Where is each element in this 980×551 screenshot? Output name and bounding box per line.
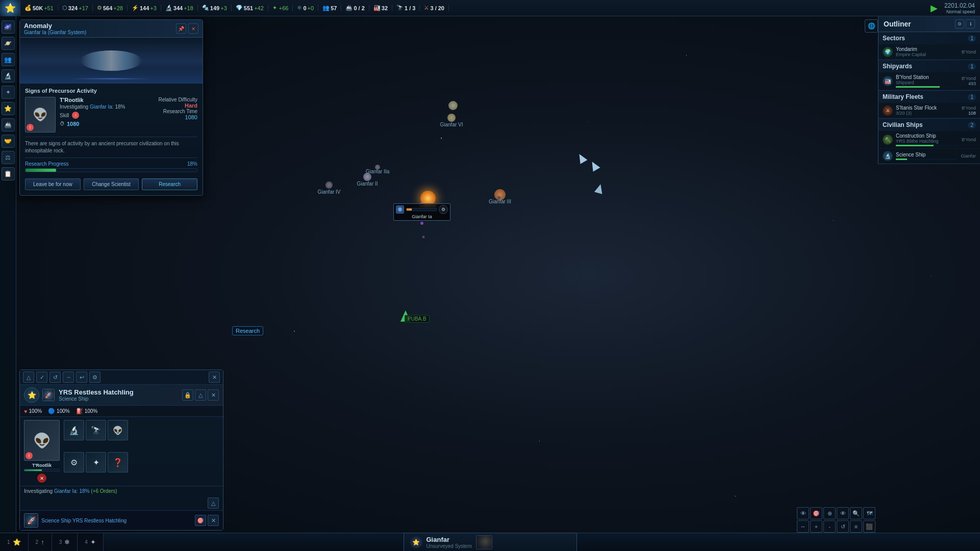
sidebar-icon-traditions[interactable]: ✦ — [2, 86, 15, 99]
left-sidebar: 🌌 🪐 👥 🔬 ✦ ⭐ 🚢 🤝 ⚖ 📋 — [0, 16, 16, 551]
ship-view-icon[interactable]: △ — [195, 389, 206, 401]
map-ctrl-filter-4[interactable]: 👁 — [837, 507, 849, 519]
module-slot-5[interactable]: ✦ — [86, 452, 106, 473]
military-title: Military Fleets — [883, 93, 923, 100]
outliner-info-icon[interactable]: ℹ — [966, 19, 975, 29]
shipyard-byond-station[interactable]: 🏭 B'Yond Station Shipyard B'Yond493 — [878, 72, 980, 90]
ship-lock-icon[interactable]: 🔒 — [182, 389, 193, 401]
resource-credits: 💰 50K+51 — [20, 5, 58, 11]
map-ctrl-zoom-out[interactable]: - — [823, 520, 836, 533]
anomaly-bar — [406, 208, 437, 211]
planet-gianfar-vi[interactable] — [447, 114, 456, 122]
anomaly-subtitle: Gianfar Ia (Gianfar System) — [24, 30, 86, 35]
research-button[interactable]: Research — [142, 178, 197, 190]
fleet-sitanis[interactable]: ⚔ S'Itanis Star Flock 3/20 (3) B'Yond108 — [878, 103, 980, 118]
bottom-tab-2[interactable]: 2 ↑ — [29, 533, 52, 551]
ship-tool-move[interactable]: △ — [23, 372, 34, 383]
map-ctrl-filter-2[interactable]: 🎯 — [810, 507, 822, 519]
mission-action-1[interactable]: 🎯 — [195, 515, 206, 526]
leave-button[interactable]: Leave be for now — [25, 178, 81, 190]
bottom-tab-3[interactable]: 3 ❄ — [52, 533, 78, 551]
module-slot-6[interactable]: ❓ — [108, 452, 128, 473]
ship-cancel-button[interactable]: ✕ — [37, 474, 46, 483]
anomaly-settings[interactable]: ⚙ — [439, 205, 448, 214]
anomaly-image-glow — [20, 68, 203, 84]
map-fleet-1[interactable] — [576, 152, 588, 164]
ship-tool-special[interactable]: ⚙ — [89, 372, 100, 383]
anomaly-close-button[interactable]: ✕ — [188, 23, 198, 34]
play-button[interactable]: ▶ — [928, 2, 940, 14]
map-fleet-2[interactable] — [589, 160, 600, 172]
ship-tool-patrol[interactable]: ✓ — [36, 372, 47, 383]
ship-panel-close[interactable]: ✕ — [209, 372, 220, 383]
planet-gianfar-v[interactable] — [448, 101, 458, 110]
ship-tool-stop[interactable]: ↩ — [76, 372, 87, 383]
research-label[interactable]: Research — [232, 326, 263, 335]
module-slot-4[interactable]: ⚙ — [64, 452, 84, 473]
module-slot-3[interactable]: 👽 — [108, 420, 128, 440]
sidebar-icon-empire[interactable]: ⭐ — [2, 102, 15, 115]
ship-tool-return[interactable]: ↺ — [49, 372, 61, 383]
date-display: 2201.02.04 Normal speed — [944, 2, 975, 14]
ship-header-close[interactable]: ✕ — [208, 389, 219, 401]
bottom-tab-1[interactable]: 1 ⭐ — [0, 533, 29, 551]
map-ctrl-zoom-fit[interactable]: ↔ — [797, 520, 809, 533]
shipyard-progress-bg — [896, 86, 959, 88]
game-logo[interactable]: ⭐ — [0, 0, 20, 16]
sectors-section-header[interactable]: Sectors 1 — [878, 32, 980, 44]
shipyard-progress-fill — [896, 86, 940, 88]
map-ctrl-row-1: 👁 🎯 ⊕ 👁 🔍 🗺 — [797, 507, 875, 519]
ship-panel: △ ✓ ↺ → ↩ ⚙ ✕ ⭐ 🚀 YRS Restless Hatchling… — [19, 370, 223, 531]
sidebar-icon-factions[interactable]: ⚖ — [2, 151, 15, 164]
ship-scientist-name: T'Rootlik — [24, 463, 60, 468]
map-ctrl-reset[interactable]: ↺ — [837, 520, 849, 533]
ship-tool-follow[interactable]: → — [63, 372, 74, 383]
change-scientist-button[interactable]: Change Scientist — [84, 178, 139, 190]
civilian-section-header[interactable]: Civilian Ships 2 — [878, 119, 980, 131]
ship-name-block: YRS Restless Hatchling Science Ship — [59, 388, 179, 402]
sidebar-icon-diplomacy[interactable]: 🤝 — [2, 135, 15, 148]
system-thumbnail[interactable] — [476, 535, 492, 549]
map-ctrl-filter-1[interactable]: 👁 — [797, 507, 809, 519]
map-ctrl-extra[interactable]: ⬛ — [863, 520, 875, 533]
ship-footer-icon[interactable]: △ — [208, 497, 219, 509]
ship-scientist-progress-fill — [24, 469, 42, 471]
shipyards-section-header[interactable]: Shipyards 1 — [878, 60, 980, 72]
planet-gianfar-iia[interactable] — [375, 165, 380, 170]
ship-construction-loc: B'Yond — [962, 137, 976, 142]
map-ctrl-settings[interactable]: ≡ — [850, 520, 862, 533]
sidebar-icon-planets[interactable]: 🪐 — [2, 37, 15, 50]
planet-gianfar-ii[interactable] — [363, 173, 371, 181]
map-fleet-3[interactable] — [594, 183, 605, 194]
map-ctrl-filter-6[interactable]: 🗺 — [863, 507, 875, 519]
sidebar-icon-pops[interactable]: 👥 — [2, 53, 15, 66]
sidebar-icon-situation[interactable]: 📋 — [2, 167, 15, 180]
system-icon[interactable]: ⭐ — [410, 536, 422, 548]
map-top-icon[interactable]: 🌐 — [865, 19, 878, 33]
sidebar-icon-map[interactable]: 🌌 — [2, 20, 15, 34]
anomaly-pin-button[interactable]: 📌 — [176, 23, 186, 34]
ship-mission-bar: 🚀 Science Ship YRS Restless Hatchling 🎯 … — [20, 510, 223, 530]
sidebar-icon-tech[interactable]: 🔬 — [2, 69, 15, 83]
ship-science[interactable]: 🔬 Science Ship Gianfar — [878, 149, 980, 164]
shipyard-name: B'Yond Station — [896, 74, 959, 80]
sidebar-icon-ships[interactable]: 🚢 — [2, 118, 15, 132]
ship-construction[interactable]: 🔨 Construction Ship YRS Blithe Hatchling… — [878, 131, 980, 149]
small-body — [422, 236, 425, 239]
mission-action-close[interactable]: ✕ — [208, 515, 219, 526]
map-ctrl-filter-5[interactable]: 🔍 — [850, 507, 862, 519]
sector-yondarim[interactable]: 🌍 Yondarim Empire Capital B'Yond — [878, 44, 980, 60]
resource-districts: 🏭 32 — [369, 5, 392, 11]
map-ctrl-zoom-in[interactable]: + — [810, 520, 822, 533]
map-ctrl-filter-3[interactable]: ⊕ — [823, 507, 836, 519]
anomaly-panel: Anomaly Gianfar Ia (Gianfar System) 📌 ✕ … — [19, 19, 203, 196]
military-section-header[interactable]: Military Fleets 1 — [878, 91, 980, 103]
resource-consumer: 💎 551+42 — [232, 5, 268, 11]
planet-gianfar-iv[interactable] — [325, 181, 333, 189]
anomaly-marker[interactable]: ⚙ ⚙ Gianfar Ia — [393, 203, 450, 225]
outliner-settings-icon[interactable]: ⚙ — [955, 19, 964, 29]
bottom-tab-4[interactable]: 4 ✦ — [78, 533, 104, 551]
module-slot-1[interactable]: 🔬 — [64, 420, 84, 440]
ship-type: Science Ship — [59, 396, 179, 402]
module-slot-2[interactable]: 🔭 — [86, 420, 106, 440]
